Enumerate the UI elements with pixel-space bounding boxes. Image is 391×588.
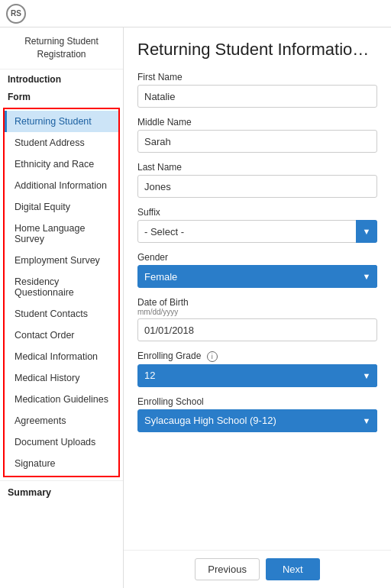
- middle-name-label: Middle Name: [137, 117, 377, 128]
- gender-dropdown-icon: ▼: [356, 265, 377, 288]
- suffix-dropdown-icon: ▼: [356, 220, 377, 243]
- sidebar-nav: Returning StudentStudent AddressEthnicit…: [5, 111, 118, 474]
- dob-input[interactable]: [137, 318, 377, 341]
- dob-label: Date of Birth mm/dd/yyyy: [137, 297, 377, 316]
- suffix-group: Suffix - Select - ▼: [137, 207, 377, 243]
- enrolling-school-select-wrapper: Sylacauga High School (9-12) ▼: [137, 409, 377, 432]
- sidebar-item-medical-information[interactable]: Medical Information: [5, 346, 118, 367]
- enrolling-grade-dropdown-icon: ▼: [356, 364, 377, 387]
- suffix-select-wrapper: - Select - ▼: [137, 220, 377, 243]
- enrolling-grade-select-wrapper: 12 ▼: [137, 364, 377, 387]
- sidebar-header: Returning Student Registration: [0, 27, 123, 69]
- sidebar-intro-label: Introduction: [0, 69, 123, 87]
- sidebar-item-returning-student[interactable]: Returning Student: [5, 111, 118, 132]
- last-name-group: Last Name: [137, 162, 377, 198]
- sidebar-item-agreements[interactable]: Agreements: [5, 410, 118, 431]
- middle-name-input[interactable]: [137, 130, 377, 153]
- enrolling-school-select[interactable]: Sylacauga High School (9-12): [137, 409, 377, 432]
- sidebar-form-label: Form: [0, 87, 123, 105]
- enrolling-grade-info-icon: i: [207, 351, 218, 362]
- first-name-group: First Name: [137, 72, 377, 108]
- enrolling-grade-group: Enrolling Grade i 12 ▼: [137, 351, 377, 387]
- enrolling-school-dropdown-icon: ▼: [356, 409, 377, 432]
- sidebar-nav-outline: Returning StudentStudent AddressEthnicit…: [3, 108, 120, 477]
- sidebar-item-home-language[interactable]: Home Language Survey: [5, 218, 118, 250]
- main-layout: Returning Student Registration Introduct…: [0, 27, 391, 588]
- sidebar-summary-label: Summary: [0, 480, 123, 504]
- previous-button[interactable]: Previous: [195, 558, 260, 580]
- page-title: Returning Student Informatio…: [137, 40, 377, 60]
- sidebar-item-student-contacts[interactable]: Student Contacts: [5, 303, 118, 325]
- dob-hint: mm/dd/yyyy: [137, 308, 377, 316]
- first-name-input[interactable]: [137, 85, 377, 108]
- enrolling-school-label: Enrolling School: [137, 396, 377, 407]
- sidebar-item-medical-history[interactable]: Medical History: [5, 367, 118, 389]
- logo-icon: RS: [6, 4, 26, 24]
- gender-label: Gender: [137, 252, 377, 263]
- middle-name-group: Middle Name: [137, 117, 377, 153]
- sidebar-item-student-address[interactable]: Student Address: [5, 132, 118, 153]
- content-scroll: Returning Student Informatio… First Name…: [124, 27, 391, 550]
- dob-group: Date of Birth mm/dd/yyyy: [137, 297, 377, 341]
- suffix-label: Suffix: [137, 207, 377, 218]
- sidebar-item-document-uploads[interactable]: Document Uploads: [5, 431, 118, 453]
- sidebar-item-signature[interactable]: Signature: [5, 453, 118, 474]
- enrolling-school-group: Enrolling School Sylacauga High School (…: [137, 396, 377, 432]
- last-name-label: Last Name: [137, 162, 377, 173]
- next-button[interactable]: Next: [266, 558, 320, 580]
- content-footer: Previous Next: [124, 550, 391, 588]
- gender-select[interactable]: Female: [137, 265, 377, 288]
- sidebar-item-ethnicity-race[interactable]: Ethnicity and Race: [5, 153, 118, 175]
- sidebar-item-employment-survey[interactable]: Employment Survey: [5, 250, 118, 271]
- sidebar-item-additional-info[interactable]: Additional Information: [5, 175, 118, 196]
- top-bar: RS: [0, 0, 391, 27]
- gender-group: Gender Female ▼: [137, 252, 377, 288]
- gender-select-wrapper: Female ▼: [137, 265, 377, 288]
- enrolling-grade-label: Enrolling Grade i: [137, 351, 377, 362]
- sidebar-item-digital-equity[interactable]: Digital Equity: [5, 196, 118, 218]
- sidebar: Returning Student Registration Introduct…: [0, 27, 124, 588]
- enrolling-grade-select[interactable]: 12: [137, 364, 377, 387]
- first-name-label: First Name: [137, 72, 377, 82]
- content-area: Returning Student Informatio… First Name…: [124, 27, 391, 588]
- last-name-input[interactable]: [137, 175, 377, 198]
- sidebar-item-contact-order[interactable]: Contact Order: [5, 325, 118, 346]
- suffix-select[interactable]: - Select -: [137, 220, 377, 243]
- sidebar-item-residency[interactable]: Residency Questionnaire: [5, 271, 118, 303]
- sidebar-item-medication-guidelines[interactable]: Medication Guidelines: [5, 389, 118, 410]
